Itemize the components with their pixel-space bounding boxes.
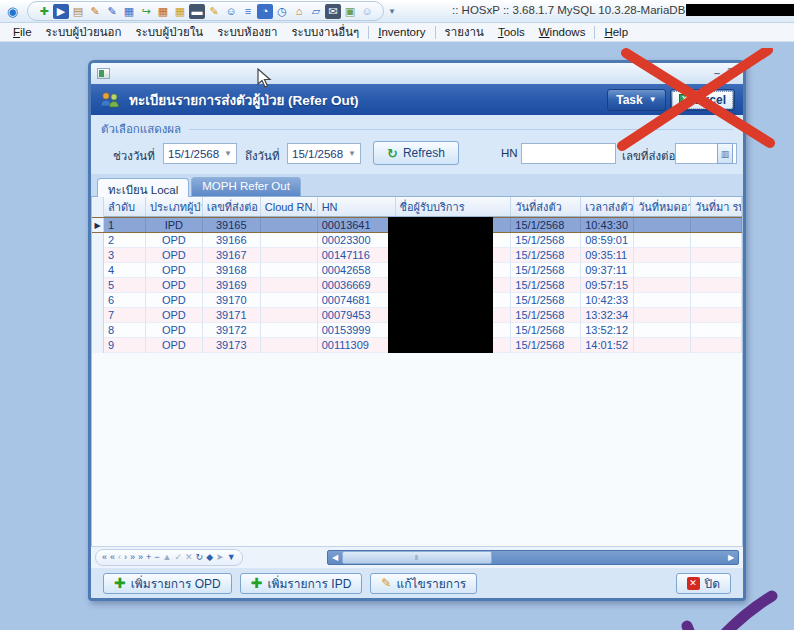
toolbar-overflow-icon[interactable]: ▼ <box>388 7 396 16</box>
cell-seq: 1 <box>104 218 146 232</box>
cell-seq: 6 <box>104 293 146 308</box>
nav-cancel-icon[interactable]: ✕ <box>185 553 193 562</box>
refer-no-lookup-button[interactable]: ▥ <box>717 143 733 164</box>
excel-icon: X <box>679 94 691 106</box>
chevron-down-icon[interactable]: ▼ <box>348 149 356 158</box>
cell-refer-no: 39165 <box>203 218 261 232</box>
nav-insert-icon[interactable]: + <box>146 553 151 562</box>
nav-delete-icon[interactable]: − <box>154 553 159 562</box>
chat-icon[interactable]: ✉ <box>325 4 341 19</box>
row-indicator <box>92 233 104 248</box>
nav-prior-icon[interactable]: ‹ <box>118 553 121 562</box>
person-icon[interactable]: ☺ <box>223 4 239 19</box>
minimize-button[interactable]: – <box>714 68 720 79</box>
column-header-cloud-rn[interactable]: Cloud RN. <box>261 197 318 216</box>
nav-first-icon[interactable]: « <box>102 553 107 562</box>
row-indicator <box>92 278 104 293</box>
nav-filter-icon[interactable]: ▼ <box>227 553 236 562</box>
menu-item-file[interactable]: File <box>6 24 39 40</box>
row-indicator <box>92 338 104 353</box>
menu-item-[interactable]: ระบบผู้ป่วยนอก <box>39 21 129 43</box>
cell-cloud-rn <box>261 248 318 263</box>
cell-time: 13:32:34 <box>581 308 634 323</box>
mdi-background: – ❒ ทะเบียนรายการส่งตัวผู้ป่วย (Refer Ou… <box>0 43 794 630</box>
nav-goto-icon[interactable]: ➤ <box>216 553 224 562</box>
nav-next-page-icon[interactable]: » <box>130 553 135 562</box>
person-light-icon[interactable]: ☺ <box>359 4 375 19</box>
nav-last-icon[interactable]: » <box>138 553 143 562</box>
note-edit-icon[interactable]: ▦ <box>121 4 137 19</box>
menu-item-help[interactable]: Help <box>597 24 635 40</box>
tab-moph-refer-out[interactable]: MOPH Refer Out <box>191 177 301 196</box>
add-ipd-button[interactable]: ✚ เพิ่มรายการ IPD <box>240 573 363 594</box>
video-icon[interactable]: ▶ <box>53 4 69 19</box>
menu-separator <box>594 26 595 39</box>
scrollbar-thumb[interactable]: ‖ <box>342 551 492 564</box>
patient-add-icon[interactable]: ✚ <box>36 4 52 19</box>
date-to-input[interactable]: 15/1/2568▼ <box>287 143 361 164</box>
monitor-icon[interactable]: ▬ <box>189 4 205 19</box>
lightning-pencil-icon[interactable]: ✎ <box>206 4 222 19</box>
nav-bookmark-icon[interactable]: ◆ <box>206 553 213 562</box>
photo-icon[interactable]: ▣ <box>342 4 358 19</box>
edit-pencil-icon[interactable]: ✎ <box>104 4 120 19</box>
column-header-date[interactable]: วันที่ส่งตัว <box>511 197 581 216</box>
window-titlebar[interactable]: – ❒ <box>91 63 743 84</box>
column-header-name[interactable]: ชื่อผู้รับบริการ <box>396 197 512 216</box>
add-opd-label: เพิ่มรายการ OPD <box>131 574 221 593</box>
menu-item-tools[interactable]: Tools <box>491 24 532 40</box>
table-icon[interactable]: ▦ <box>172 4 188 19</box>
list-icon[interactable]: ≡ <box>240 4 256 19</box>
scroll-left-icon[interactable]: ◀ <box>328 551 342 564</box>
menu-item-windows[interactable]: Windows <box>532 24 593 40</box>
filter-panel: ตัวเลือกแสดงผล ช่วงวันที่ 15/1/2568▼ ถึง… <box>91 115 743 174</box>
refer-out-grid[interactable]: ลำดับประเภทผู้ป่ว:เลขที่ส่งต่อCloud RN.H… <box>91 197 743 546</box>
clock-icon[interactable]: ◷ <box>274 4 290 19</box>
date-to-label: ถึงวันที่ <box>245 147 279 165</box>
clipboard-icon[interactable]: ▤ <box>70 4 86 19</box>
nav-edit-icon[interactable]: ▲ <box>163 553 172 562</box>
task-button[interactable]: Task ▼ <box>607 89 665 111</box>
column-header-seq[interactable]: ลำดับ <box>104 197 146 216</box>
excel-button[interactable]: X Excel <box>670 89 735 111</box>
column-header-visit[interactable]: วันที่มา รพ. <box>691 197 742 216</box>
chevron-down-icon[interactable]: ▼ <box>224 149 232 158</box>
menu-item-[interactable]: ระบบห้องยา <box>210 21 284 43</box>
add-opd-button[interactable]: ✚ เพิ่มรายการ OPD <box>103 573 232 594</box>
maximize-button[interactable]: ❒ <box>727 68 737 79</box>
column-header-expire[interactable]: วันที่หมดอายุ <box>634 197 691 216</box>
nav-next-icon[interactable]: › <box>124 553 127 562</box>
date-from-input[interactable]: 15/1/2568▼ <box>163 143 237 164</box>
refresh-button[interactable]: ↻ Refresh <box>373 141 459 165</box>
calculator-icon[interactable]: ▦ <box>155 4 171 19</box>
column-header-hn[interactable]: HN <box>318 197 396 216</box>
page-flip-icon[interactable]: ▱ <box>308 4 324 19</box>
menu-item-[interactable]: ระบบงานอื่นๆ <box>284 21 366 43</box>
cell-expire <box>634 338 691 353</box>
home-icon[interactable]: ⌂ <box>291 4 307 19</box>
browser-globe-icon[interactable]: ◉ <box>4 3 21 20</box>
close-button[interactable]: ✕ ปิด <box>676 573 731 594</box>
column-header-refer-no[interactable]: เลขที่ส่งต่อ <box>203 197 261 216</box>
menu-item-[interactable]: ระบบผู้ป่วยใน <box>128 21 210 43</box>
cell-seq: 2 <box>104 233 146 248</box>
cell-time: 13:52:12 <box>581 323 634 338</box>
horizontal-scrollbar[interactable]: ◀ ‖ ▶ <box>327 550 739 565</box>
edit-entry-button[interactable]: ✎ แก้ไขรายการ <box>370 573 477 594</box>
column-header-type[interactable]: ประเภทผู้ป่ว: <box>146 197 203 216</box>
tab-local-registry[interactable]: ทะเบียน Local <box>97 178 189 197</box>
title-redaction-box <box>686 4 794 16</box>
person-edit-icon[interactable]: ✎ <box>87 4 103 19</box>
nav-prior-page-icon[interactable]: « <box>110 553 115 562</box>
app-title: :: HOSxP :: 3.68.1.7 MySQL 10.3.28-Maria… <box>452 4 794 16</box>
column-header-time[interactable]: เวลาส่งตัว <box>581 197 634 216</box>
monitor-clock-icon[interactable]: ◔ <box>257 4 273 19</box>
cell-expire <box>634 218 691 232</box>
nav-post-icon[interactable]: ✓ <box>175 553 183 562</box>
menu-item-[interactable]: รายงาน <box>438 21 491 43</box>
nav-refresh-icon[interactable]: ↻ <box>196 553 204 562</box>
menu-item-inventory[interactable]: Inventory <box>371 24 432 40</box>
hn-input[interactable] <box>521 143 616 164</box>
scroll-right-icon[interactable]: ▶ <box>724 551 738 564</box>
doc-export-icon[interactable]: ↪ <box>138 4 154 19</box>
